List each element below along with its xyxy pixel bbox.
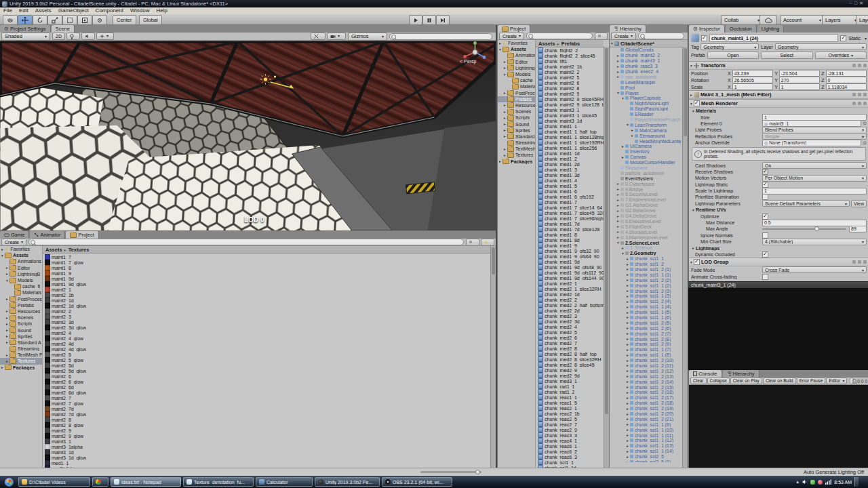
texture-asset-row[interactable]: maint2_5_glow <box>43 357 490 363</box>
texture-asset-row[interactable]: maint2_3 <box>43 314 490 319</box>
folder-item-postproces[interactable]: ▸PostProces <box>0 296 42 302</box>
disclosure-arrow[interactable]: ▾ <box>5 279 9 283</box>
tray-health-icon[interactable] <box>818 480 823 485</box>
transform-header[interactable]: ▾ Transform <box>689 61 868 70</box>
fade-mode-dropdown[interactable]: Cross Fade▾ <box>762 266 867 273</box>
prefab-asset-row[interactable]: chunk_med1_6_ofs192 <box>536 194 604 199</box>
property-checkbox-optimize[interactable] <box>762 214 768 220</box>
disclosure-arrow[interactable]: ▸ <box>616 70 620 74</box>
property-dropdown-min-chart-size[interactable]: 4 (Stitchable)▾ <box>762 239 867 245</box>
hierarchy-item[interactable]: ▸4.StorageLevel <box>610 229 688 235</box>
texture-asset-row[interactable]: maint3_1alpha <box>43 444 490 449</box>
slider-track[interactable] <box>762 228 846 230</box>
prefab-asset-row[interactable]: chunk_reac2_1 <box>536 405 604 411</box>
prefab-asset-row[interactable]: chunk_med1_9d_ofs144_90 <box>536 275 604 281</box>
prefab-asset-row[interactable]: chunk_maint2_5 <box>536 75 604 80</box>
disclosure-arrow[interactable]: ▸ <box>625 439 630 443</box>
disclosure-arrow[interactable]: ▸ <box>0 247 5 251</box>
x-value-field[interactable]: 26.56505 <box>732 77 773 83</box>
disclosure-arrow[interactable]: ▸ <box>625 267 630 271</box>
disclosure-arrow[interactable]: ▸ <box>502 153 507 157</box>
prefab-asset-row[interactable]: chunk_med1_7_slice14_64 <box>536 205 604 210</box>
hierarchy-item[interactable]: ▸chunk_sci1_2 (20)› <box>610 411 688 417</box>
console-button-clear[interactable]: Clear <box>690 378 707 384</box>
disclosure-arrow[interactable]: ▸ <box>502 147 507 151</box>
warning-count[interactable]: 0 <box>861 379 864 384</box>
folder-item-editor[interactable]: ▸Editor <box>498 59 535 65</box>
prefab-asset-row[interactable]: chunk_med3_1 <box>536 378 604 384</box>
prefab-asset-row[interactable]: chunk_med1_1_slice192RH <box>536 140 604 145</box>
folder-item-prefabs[interactable]: Prefabs <box>0 302 42 308</box>
hierarchy-item[interactable]: ▸chunk_sci1_2 (17)› <box>610 395 688 401</box>
hierarchy-item[interactable]: ▾PlayerCapsule <box>610 96 688 101</box>
y-value-field[interactable]: 270 <box>779 77 820 83</box>
property-checkbox-prioritize-illumination[interactable] <box>762 194 768 200</box>
prefab-asset-row[interactable]: chunk_med2_9d <box>536 373 604 378</box>
scene-lighting-toggle[interactable] <box>66 33 80 40</box>
texture-asset-row[interactable]: maint2_1d_glow <box>43 303 490 308</box>
folder-item-resources[interactable]: ▸Resources <box>0 308 42 314</box>
disclosure-arrow[interactable]: ▸ <box>616 209 620 213</box>
texture-asset-row[interactable]: maint2_3d_glow <box>43 325 490 330</box>
texture-asset-row[interactable]: maint2_2 <box>43 308 490 314</box>
property-checkbox-dynamic-occluded[interactable] <box>762 251 768 258</box>
taskbar-item-notepad[interactable]: Texture_denotation_fu... <box>183 477 254 487</box>
texture-asset-row[interactable]: maint1_7 <box>43 254 490 260</box>
prefab-asset-row[interactable]: chunk_med1_7d <box>536 221 604 226</box>
folder-item-lightningb[interactable]: ▸LightningB <box>498 65 535 71</box>
search-by-label-button[interactable]: ★ <box>481 239 494 246</box>
prefab-asset-row[interactable]: chunk_reac3_3 <box>536 432 604 438</box>
disclosure-arrow[interactable]: ▸ <box>625 321 630 325</box>
texture-asset-row[interactable]: maint2_7d_glow <box>43 411 490 417</box>
thumbnail-size-slider[interactable] <box>420 471 481 473</box>
disclosure-arrow[interactable]: ▸ <box>5 272 9 276</box>
texture-asset-row[interactable]: maint2_6_glow <box>43 379 490 384</box>
hierarchy-item[interactable]: ▸chunk_sci1_2 (12)› <box>610 368 688 373</box>
texture-asset-row[interactable]: maint2_7d <box>43 406 490 411</box>
prefab-asset-row[interactable]: chunk_med1_1_half_top <box>536 129 604 134</box>
hierarchy-item[interactable]: ▸chunk_sci2_5› <box>610 454 688 460</box>
texture-asset-row[interactable]: maint2_1d <box>43 298 490 303</box>
disclosure-arrow[interactable]: ▸ <box>625 380 630 384</box>
search-by-type-button-2[interactable] <box>595 33 608 40</box>
prefab-asset-row[interactable]: chunk_reac2_7 <box>536 422 604 427</box>
disclosure-arrow[interactable]: ▸ <box>625 428 630 432</box>
hierarchy-item[interactable]: ▸chunk_exec2_4› <box>610 69 688 75</box>
disclosure-arrow[interactable]: ▸ <box>5 297 9 301</box>
hierarchy-item[interactable]: ▸npc_autobomb› <box>610 74 688 79</box>
folder-item-streaming[interactable]: Streaming <box>498 140 535 146</box>
hierarchy-item[interactable]: ▸chunk_sci1_2 (9)› <box>610 342 688 347</box>
prefab-asset-row[interactable]: chunk_reac6_2 <box>536 449 604 454</box>
disclosure-arrow[interactable]: ▸ <box>616 224 620 228</box>
tab-project-settings[interactable]: Project Settings <box>0 25 51 33</box>
animate-crossfade-checkbox[interactable] <box>762 274 768 280</box>
scale-tool-button[interactable] <box>47 15 62 25</box>
play-button[interactable] <box>409 15 422 25</box>
prefab-asset-row[interactable]: chunk_med1_9 <box>536 243 604 248</box>
menu-component[interactable]: Component <box>92 7 127 14</box>
folder-item-models[interactable]: ▾Models <box>498 71 535 77</box>
disclosure-arrow[interactable]: ▸ <box>625 359 630 363</box>
z-value-field[interactable]: -28.131 <box>826 70 867 77</box>
folder-item-materials[interactable]: Materials <box>0 289 42 296</box>
disclosure-arrow[interactable]: ▸ <box>498 41 502 45</box>
menu-file[interactable]: File <box>0 7 16 14</box>
hierarchy-item[interactable]: ▸chunk_sci2_5 (1)› <box>610 460 688 462</box>
hierarchy-item[interactable]: ▸chunk_sci1_1› <box>610 256 688 262</box>
mesh-renderer-header[interactable]: ▾ Mesh Renderer <box>689 99 868 108</box>
mesh-filter-header[interactable]: ▸ Maint 3_1_mesh (Mesh Filter) <box>689 90 868 99</box>
menu-window[interactable]: Window <box>127 7 153 14</box>
taskbar-item-obs[interactable]: OBS 23.2.1 (64-bit, wi... <box>382 477 452 487</box>
disclosure-arrow[interactable]: ▸ <box>620 246 625 250</box>
scene-viewport[interactable]: LOD 0 < Persp <box>0 41 496 230</box>
menu-gameobject[interactable]: GameObject <box>55 7 92 14</box>
slider-thumb[interactable] <box>814 226 819 231</box>
texture-asset-row[interactable]: maint1_9d <box>43 276 490 281</box>
folder-item-lightningb[interactable]: ▸LightningB <box>0 271 42 277</box>
texture-asset-row[interactable]: maint2_6d <box>43 384 490 390</box>
disclosure-arrow[interactable]: ▸ <box>625 342 630 346</box>
disclosure-arrow[interactable]: ▸ <box>625 294 630 298</box>
folder-item-textures[interactable]: ▸Textures <box>0 358 42 364</box>
prefab-asset-row[interactable]: chunk_med1_7 <box>536 199 604 205</box>
shading-mode-dropdown[interactable]: Shaded▾ <box>1 33 50 41</box>
